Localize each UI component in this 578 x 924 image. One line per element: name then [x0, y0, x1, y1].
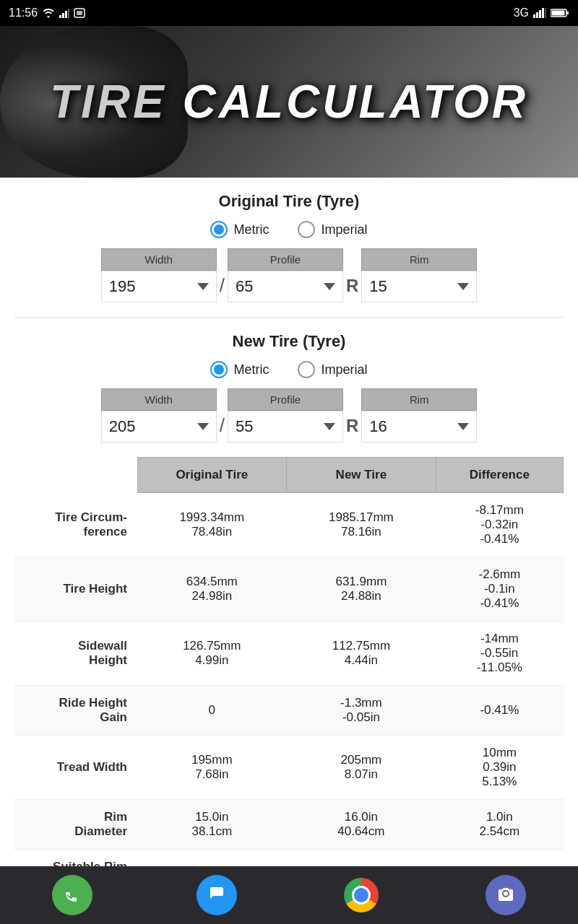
camera-nav-button[interactable]: [486, 875, 526, 915]
svg-rect-12: [566, 12, 569, 14]
cell-diff-height: -2.6mm-0.1in-0.41%: [436, 557, 563, 622]
battery-icon: [551, 8, 569, 18]
original-rim-arrow: [457, 283, 469, 290]
svg-rect-9: [542, 8, 544, 18]
new-profile-arrow: [324, 423, 335, 430]
sim-icon: [74, 8, 85, 18]
original-rim-group: Rim 15: [361, 248, 477, 302]
new-width-value: 205: [109, 417, 136, 436]
table-row: Tread Width 195mm7.68in 205mm8.07in 10mm…: [14, 736, 564, 800]
original-profile-group: Profile 65: [228, 248, 343, 302]
original-rim-selector[interactable]: 15: [361, 271, 477, 302]
phone-icon: [61, 884, 83, 906]
original-width-arrow: [197, 283, 209, 290]
new-rim-value: 16: [369, 417, 387, 436]
r-label-2: R: [343, 416, 361, 436]
new-width-selector[interactable]: 205: [101, 411, 217, 443]
row-label-ride-height: Ride HeightGain: [14, 686, 137, 736]
cell-new-tread: 205mm8.07in: [287, 736, 436, 800]
original-metric-radio-circle: [210, 221, 228, 238]
new-tire-selector: Width 205 / Profile 55 R Rim 16: [14, 388, 564, 443]
cell-orig-circumference: 1993.34mm78.48in: [137, 493, 287, 557]
section-divider-1: [14, 317, 564, 318]
status-left: 11:56: [9, 6, 85, 19]
separator-2: /: [217, 414, 228, 437]
original-rim-value: 15: [369, 277, 387, 296]
new-tire-section: New Tire (Tyre) Metric Imperial Width 20…: [14, 332, 564, 443]
signal-icon: [59, 8, 69, 18]
chrome-icon: [344, 878, 379, 912]
main-content: Original Tire (Tyre) Metric Imperial Wid…: [0, 178, 578, 924]
original-width-value: 195: [109, 277, 136, 296]
svg-rect-13: [552, 11, 565, 16]
table-row: SidewallHeight 126.75mm4.99in 112.75mm4.…: [14, 622, 564, 686]
original-metric-label: Metric: [233, 222, 269, 237]
messages-icon: [206, 884, 228, 906]
svg-rect-5: [77, 11, 82, 15]
svg-marker-10: [545, 8, 546, 18]
new-metric-radio[interactable]: Metric: [210, 361, 269, 378]
svg-rect-0: [59, 15, 61, 18]
new-rim-label: Rim: [361, 388, 477, 411]
new-tire-title: New Tire (Tyre): [14, 332, 564, 351]
new-metric-radio-circle: [210, 361, 228, 378]
svg-rect-3: [68, 9, 69, 18]
row-label-height: Tire Height: [14, 557, 137, 622]
original-metric-radio[interactable]: Metric: [210, 221, 269, 238]
new-width-group: Width 205: [101, 388, 217, 443]
new-width-arrow: [197, 423, 209, 430]
original-tire-title: Original Tire (Tyre): [14, 192, 564, 211]
original-profile-selector[interactable]: 65: [228, 271, 343, 302]
chrome-nav-button[interactable]: [341, 875, 381, 915]
new-metric-label: Metric: [233, 362, 269, 378]
cell-diff-circumference: -8.17mm-0.32in-0.41%: [436, 493, 563, 557]
original-width-selector[interactable]: 195: [101, 271, 217, 302]
status-bar: 11:56 3G: [0, 0, 578, 26]
original-profile-value: 65: [236, 277, 253, 296]
new-rim-selector[interactable]: 16: [361, 411, 477, 443]
col-header-new: New Tire: [287, 458, 436, 493]
status-right: 3G: [514, 6, 569, 19]
new-imperial-label: Imperial: [321, 362, 367, 378]
signal-bars-icon: [533, 8, 546, 18]
original-rim-label: Rim: [361, 248, 477, 271]
network-type: 3G: [514, 6, 529, 19]
original-imperial-radio-circle: [298, 221, 315, 238]
camera-icon: [495, 884, 517, 906]
new-profile-value: 55: [236, 417, 253, 436]
cell-new-rim-diam: 16.0in40.64cm: [287, 800, 436, 850]
col-header-original: Original Tire: [137, 458, 287, 493]
row-label-circumference: Tire Circum-ference: [14, 493, 137, 557]
original-width-group: Width 195: [101, 248, 217, 302]
wifi-icon: [42, 8, 55, 18]
original-width-label: Width: [101, 248, 217, 271]
original-imperial-radio[interactable]: Imperial: [298, 221, 367, 238]
table-row: Tire Height 634.5mm24.98in 631.9mm24.88i…: [14, 557, 564, 622]
new-rim-arrow: [457, 423, 469, 430]
phone-nav-button[interactable]: [52, 875, 92, 915]
new-profile-label: Profile: [228, 388, 343, 411]
cell-new-height: 631.9mm24.88in: [287, 557, 436, 622]
new-profile-selector[interactable]: 55: [228, 411, 343, 443]
new-imperial-radio-circle: [298, 361, 315, 378]
new-profile-group: Profile 55: [228, 388, 343, 443]
svg-rect-7: [536, 12, 538, 18]
table-row: RimDiameter 15.0in38.1cm 16.0in40.64cm 1…: [14, 800, 564, 850]
messages-nav-button[interactable]: [197, 875, 237, 915]
separator-1: /: [217, 274, 228, 297]
new-imperial-radio[interactable]: Imperial: [298, 361, 367, 378]
cell-new-ride-height: -1.3mm-0.05in: [287, 686, 436, 736]
cell-orig-sidewall: 126.75mm4.99in: [137, 622, 287, 686]
cell-orig-tread: 195mm7.68in: [137, 736, 287, 800]
results-table: Original Tire New Tire Difference Tire C…: [14, 457, 564, 899]
cell-orig-ride-height: 0: [137, 686, 287, 736]
table-row: Tire Circum-ference 1993.34mm78.48in 198…: [14, 493, 564, 557]
row-label-sidewall: SidewallHeight: [14, 622, 137, 686]
r-label-1: R: [343, 276, 361, 296]
cell-new-sidewall: 112.75mm4.44in: [287, 622, 436, 686]
header-banner: Tire Calculator: [0, 26, 578, 178]
cell-orig-rim-diam: 15.0in38.1cm: [137, 800, 287, 850]
original-tire-radio-group: Metric Imperial: [14, 221, 564, 238]
table-row: Ride HeightGain 0 -1.3mm-0.05in -0.41%: [14, 686, 564, 736]
new-width-label: Width: [101, 388, 217, 411]
